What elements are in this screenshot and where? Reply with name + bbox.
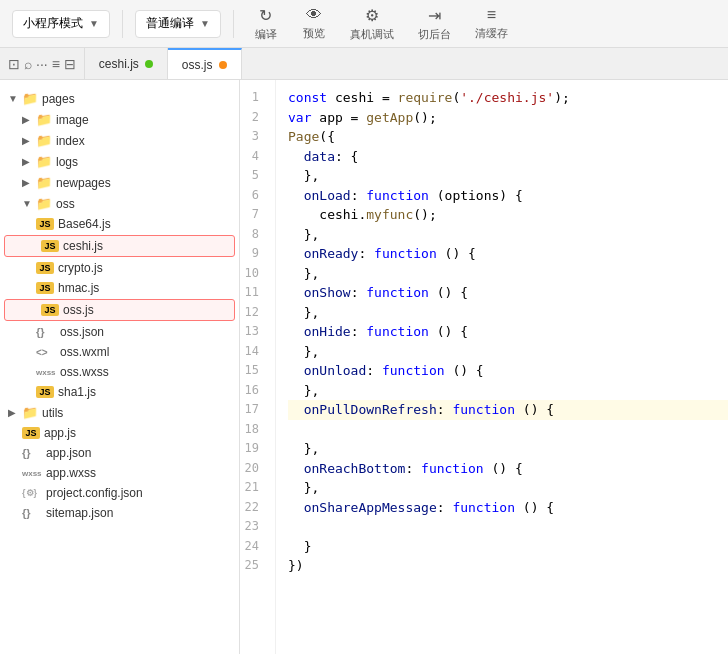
code-line-12: }, bbox=[288, 303, 728, 323]
ln-3: 3 bbox=[240, 127, 267, 147]
search-icon[interactable]: ⌕ bbox=[24, 56, 32, 72]
code-line-19: }, bbox=[288, 439, 728, 459]
code-line-6: onLoad: function (options) { bbox=[288, 186, 728, 206]
tree-item-oss-js[interactable]: JS oss.js bbox=[4, 299, 235, 321]
compile-btn-label: 编译 bbox=[255, 27, 277, 42]
tab-oss-dot bbox=[219, 61, 227, 69]
ln-21: 21 bbox=[240, 478, 267, 498]
ln-22: 22 bbox=[240, 498, 267, 518]
ln-15: 15 bbox=[240, 361, 267, 381]
compile-dropdown[interactable]: 普通编译 ▼ bbox=[135, 10, 221, 38]
tree-label-index: index bbox=[56, 134, 85, 148]
tree-label-hmac: hmac.js bbox=[58, 281, 99, 295]
ln-23: 23 bbox=[240, 517, 267, 537]
mode-dropdown[interactable]: 小程序模式 ▼ bbox=[12, 10, 110, 38]
tree-item-ceshi[interactable]: JS ceshi.js bbox=[4, 235, 235, 257]
code-editor[interactable]: 1 2 3 4 5 6 7 8 9 10 11 12 13 14 15 16 1… bbox=[240, 80, 728, 654]
tree-label-app-js: app.js bbox=[44, 426, 76, 440]
ln-19: 19 bbox=[240, 439, 267, 459]
tree-item-oss-wxss[interactable]: wxss oss.wxss bbox=[0, 362, 239, 382]
tree-item-project-config[interactable]: {⚙} project.config.json bbox=[0, 483, 239, 503]
tree-item-pages[interactable]: ▼ 📁 pages bbox=[0, 88, 239, 109]
tree-label-sha1: sha1.js bbox=[58, 385, 96, 399]
backend-icon: ⇥ bbox=[428, 6, 441, 25]
code-line-16: }, bbox=[288, 381, 728, 401]
ln-14: 14 bbox=[240, 342, 267, 362]
folder-icon-index: 📁 bbox=[36, 133, 52, 148]
tree-arrow-image: ▶ bbox=[22, 114, 36, 125]
js-badge-app: JS bbox=[22, 427, 40, 439]
backend-button[interactable]: ⇥ 切后台 bbox=[410, 4, 459, 44]
tab-ceshi-dot bbox=[145, 60, 153, 68]
code-line-1: const ceshi = require('./ceshi.js'); bbox=[288, 88, 728, 108]
tree-label-project-config: project.config.json bbox=[46, 486, 143, 500]
tree-item-sitemap[interactable]: {} sitemap.json bbox=[0, 503, 239, 523]
tree-item-oss[interactable]: ▼ 📁 oss bbox=[0, 193, 239, 214]
tab-ceshi-label: ceshi.js bbox=[99, 57, 139, 71]
ln-24: 24 bbox=[240, 537, 267, 557]
js-badge-hmac: JS bbox=[36, 282, 54, 294]
code-line-23 bbox=[288, 517, 728, 537]
folder-icon-logs: 📁 bbox=[36, 154, 52, 169]
ln-6: 6 bbox=[240, 186, 267, 206]
ln-5: 5 bbox=[240, 166, 267, 186]
tree-item-newpages[interactable]: ▶ 📁 newpages bbox=[0, 172, 239, 193]
code-line-22: onShareAppMessage: function () { bbox=[288, 498, 728, 518]
code-line-7: ceshi.myfunc(); bbox=[288, 205, 728, 225]
tree-arrow-newpages: ▶ bbox=[22, 177, 36, 188]
tree-item-image[interactable]: ▶ 📁 image bbox=[0, 109, 239, 130]
sidebar-toggle-area: ⊡ ⌕ ··· ≡ ⊟ bbox=[0, 48, 85, 79]
tree-label-newpages: newpages bbox=[56, 176, 111, 190]
tree-item-logs[interactable]: ▶ 📁 logs bbox=[0, 151, 239, 172]
panel-icon[interactable]: ⊟ bbox=[64, 56, 76, 72]
code-line-3: Page({ bbox=[288, 127, 728, 147]
ln-10: 10 bbox=[240, 264, 267, 284]
code-line-5: }, bbox=[288, 166, 728, 186]
tree-item-oss-wxml[interactable]: <> oss.wxml bbox=[0, 342, 239, 362]
compile-button[interactable]: ↻ 编译 bbox=[246, 4, 286, 44]
folder-icon-newpages: 📁 bbox=[36, 175, 52, 190]
ln-8: 8 bbox=[240, 225, 267, 245]
tree-arrow-oss: ▼ bbox=[22, 198, 36, 209]
ln-16: 16 bbox=[240, 381, 267, 401]
tab-oss-js[interactable]: oss.js bbox=[168, 48, 242, 79]
code-line-15: onUnload: function () { bbox=[288, 361, 728, 381]
code-line-8: }, bbox=[288, 225, 728, 245]
tree-label-image: image bbox=[56, 113, 89, 127]
ln-9: 9 bbox=[240, 244, 267, 264]
tree-item-crypto[interactable]: JS crypto.js bbox=[0, 258, 239, 278]
ln-1: 1 bbox=[240, 88, 267, 108]
tree-item-base64[interactable]: JS Base64.js bbox=[0, 214, 239, 234]
clear-cache-button[interactable]: ≡ 清缓存 bbox=[467, 4, 516, 43]
file-tree-sidebar: ▼ 📁 pages ▶ 📁 image ▶ 📁 index ▶ bbox=[0, 80, 240, 654]
code-line-10: }, bbox=[288, 264, 728, 284]
tree-item-app-json[interactable]: {} app.json bbox=[0, 443, 239, 463]
tree-item-index[interactable]: ▶ 📁 index bbox=[0, 130, 239, 151]
preview-button[interactable]: 👁 预览 bbox=[294, 4, 334, 43]
tree-item-sha1[interactable]: JS sha1.js bbox=[0, 382, 239, 402]
ln-4: 4 bbox=[240, 147, 267, 167]
tab-ceshi-js[interactable]: ceshi.js bbox=[85, 48, 168, 79]
more-icon[interactable]: ··· bbox=[36, 56, 48, 72]
code-line-17: onPullDownRefresh: function () { bbox=[288, 400, 728, 420]
device-debug-button[interactable]: ⚙ 真机调试 bbox=[342, 4, 402, 44]
tree-item-utils[interactable]: ▶ 📁 utils bbox=[0, 402, 239, 423]
folder-icon-utils: 📁 bbox=[22, 405, 38, 420]
js-badge-oss: JS bbox=[41, 304, 59, 316]
tree-label-app-wxss: app.wxss bbox=[46, 466, 96, 480]
device-icon: ⚙ bbox=[365, 6, 379, 25]
tree-label-app-json: app.json bbox=[46, 446, 91, 460]
settings-icon[interactable]: ≡ bbox=[52, 56, 60, 72]
compile-arrow: ▼ bbox=[200, 18, 210, 29]
tree-item-app-wxss[interactable]: wxss app.wxss bbox=[0, 463, 239, 483]
line-numbers: 1 2 3 4 5 6 7 8 9 10 11 12 13 14 15 16 1… bbox=[240, 80, 276, 654]
tree-item-hmac[interactable]: JS hmac.js bbox=[0, 278, 239, 298]
tree-item-app-js[interactable]: JS app.js bbox=[0, 423, 239, 443]
code-line-13: onHide: function () { bbox=[288, 322, 728, 342]
sidebar-toggle-icon[interactable]: ⊡ bbox=[8, 56, 20, 72]
tree-item-oss-json[interactable]: {} oss.json bbox=[0, 322, 239, 342]
tree-label-oss-wxss: oss.wxss bbox=[60, 365, 109, 379]
ln-13: 13 bbox=[240, 322, 267, 342]
folder-icon-oss: 📁 bbox=[36, 196, 52, 211]
mode-label: 小程序模式 bbox=[23, 15, 83, 32]
